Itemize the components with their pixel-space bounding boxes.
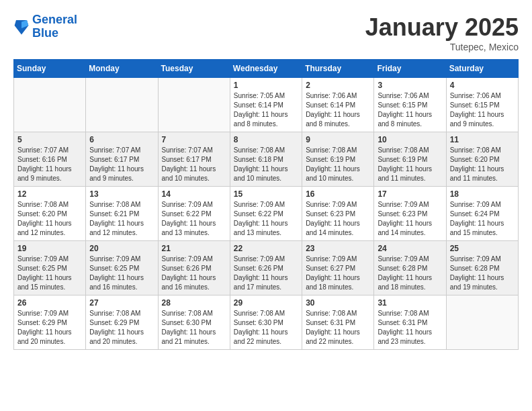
day-number: 15 bbox=[234, 189, 298, 199]
day-info: Sunrise: 7:08 AMSunset: 6:31 PMDaylight:… bbox=[378, 309, 442, 347]
day-info: Sunrise: 7:07 AMSunset: 6:16 PMDaylight:… bbox=[17, 146, 82, 183]
logo-line2: Blue bbox=[32, 26, 58, 40]
calendar-day-cell: 3Sunrise: 7:06 AMSunset: 6:15 PMDaylight… bbox=[374, 78, 446, 132]
day-number: 4 bbox=[450, 81, 515, 90]
day-number: 17 bbox=[378, 189, 442, 199]
day-number: 30 bbox=[306, 298, 370, 308]
day-number: 8 bbox=[234, 135, 298, 144]
day-number: 24 bbox=[378, 244, 442, 253]
day-info: Sunrise: 7:08 AMSunset: 6:20 PMDaylight:… bbox=[17, 200, 82, 238]
day-info: Sunrise: 7:09 AMSunset: 6:22 PMDaylight:… bbox=[162, 200, 226, 238]
day-number: 31 bbox=[378, 298, 442, 308]
day-number: 3 bbox=[378, 81, 442, 90]
day-info: Sunrise: 7:09 AMSunset: 6:22 PMDaylight:… bbox=[234, 200, 298, 238]
day-info: Sunrise: 7:08 AMSunset: 6:31 PMDaylight:… bbox=[306, 309, 370, 347]
day-info: Sunrise: 7:06 AMSunset: 6:14 PMDaylight:… bbox=[306, 91, 370, 129]
day-info: Sunrise: 7:09 AMSunset: 6:25 PMDaylight:… bbox=[89, 255, 154, 292]
weekday-header: Thursday bbox=[302, 60, 374, 78]
logo-icon bbox=[13, 17, 30, 36]
day-info: Sunrise: 7:09 AMSunset: 6:29 PMDaylight:… bbox=[17, 309, 82, 347]
day-number: 13 bbox=[89, 189, 154, 199]
calendar-week-row: 5Sunrise: 7:07 AMSunset: 6:16 PMDaylight… bbox=[14, 132, 519, 187]
weekday-header: Saturday bbox=[446, 60, 518, 78]
calendar-week-row: 26Sunrise: 7:09 AMSunset: 6:29 PMDayligh… bbox=[14, 295, 519, 350]
calendar: SundayMondayTuesdayWednesdayThursdayFrid… bbox=[13, 59, 519, 350]
calendar-week-row: 12Sunrise: 7:08 AMSunset: 6:20 PMDayligh… bbox=[14, 187, 519, 241]
day-info: Sunrise: 7:08 AMSunset: 6:19 PMDaylight:… bbox=[378, 146, 442, 183]
title-section: January 2025 Tutepec, Mexico bbox=[365, 13, 519, 52]
day-number: 26 bbox=[17, 298, 82, 308]
day-number: 7 bbox=[162, 135, 226, 144]
day-number: 23 bbox=[306, 244, 370, 253]
calendar-day-cell: 17Sunrise: 7:09 AMSunset: 6:23 PMDayligh… bbox=[374, 187, 446, 241]
logo-text: General Blue bbox=[32, 13, 77, 40]
calendar-body: 1Sunrise: 7:05 AMSunset: 6:14 PMDaylight… bbox=[14, 78, 519, 350]
day-number: 16 bbox=[306, 189, 370, 199]
day-info: Sunrise: 7:09 AMSunset: 6:23 PMDaylight:… bbox=[378, 200, 442, 238]
weekday-header: Tuesday bbox=[158, 60, 230, 78]
day-number: 10 bbox=[378, 135, 442, 144]
calendar-week-row: 1Sunrise: 7:05 AMSunset: 6:14 PMDaylight… bbox=[14, 78, 519, 132]
day-number: 1 bbox=[234, 81, 298, 90]
day-number: 6 bbox=[89, 135, 154, 144]
day-info: Sunrise: 7:09 AMSunset: 6:28 PMDaylight:… bbox=[378, 255, 442, 292]
day-number: 20 bbox=[89, 244, 154, 253]
weekday-header: Sunday bbox=[14, 60, 86, 78]
day-number: 14 bbox=[162, 189, 226, 199]
calendar-day-cell bbox=[14, 78, 86, 132]
calendar-day-cell: 6Sunrise: 7:07 AMSunset: 6:17 PMDaylight… bbox=[86, 132, 158, 187]
day-number: 21 bbox=[162, 244, 226, 253]
calendar-day-cell: 13Sunrise: 7:08 AMSunset: 6:21 PMDayligh… bbox=[86, 187, 158, 241]
day-info: Sunrise: 7:08 AMSunset: 6:20 PMDaylight:… bbox=[450, 146, 515, 183]
weekday-header: Wednesday bbox=[230, 60, 302, 78]
day-info: Sunrise: 7:09 AMSunset: 6:26 PMDaylight:… bbox=[162, 255, 226, 292]
calendar-day-cell: 7Sunrise: 7:07 AMSunset: 6:17 PMDaylight… bbox=[158, 132, 230, 187]
weekday-header: Friday bbox=[374, 60, 446, 78]
calendar-day-cell: 28Sunrise: 7:08 AMSunset: 6:30 PMDayligh… bbox=[158, 295, 230, 350]
calendar-week-row: 19Sunrise: 7:09 AMSunset: 6:25 PMDayligh… bbox=[14, 241, 519, 295]
day-number: 11 bbox=[450, 135, 515, 144]
calendar-day-cell: 8Sunrise: 7:08 AMSunset: 6:18 PMDaylight… bbox=[230, 132, 302, 187]
day-info: Sunrise: 7:06 AMSunset: 6:15 PMDaylight:… bbox=[450, 91, 515, 129]
logo-line1: General bbox=[32, 13, 77, 26]
weekday-header: Monday bbox=[86, 60, 158, 78]
calendar-day-cell: 23Sunrise: 7:09 AMSunset: 6:27 PMDayligh… bbox=[302, 241, 374, 295]
calendar-day-cell: 26Sunrise: 7:09 AMSunset: 6:29 PMDayligh… bbox=[14, 295, 86, 350]
calendar-day-cell: 22Sunrise: 7:09 AMSunset: 6:26 PMDayligh… bbox=[230, 241, 302, 295]
calendar-day-cell: 21Sunrise: 7:09 AMSunset: 6:26 PMDayligh… bbox=[158, 241, 230, 295]
calendar-day-cell: 19Sunrise: 7:09 AMSunset: 6:25 PMDayligh… bbox=[14, 241, 86, 295]
day-info: Sunrise: 7:08 AMSunset: 6:21 PMDaylight:… bbox=[89, 200, 154, 238]
day-number: 25 bbox=[450, 244, 515, 253]
calendar-day-cell: 5Sunrise: 7:07 AMSunset: 6:16 PMDaylight… bbox=[14, 132, 86, 187]
day-number: 19 bbox=[17, 244, 82, 253]
day-number: 29 bbox=[234, 298, 298, 308]
day-info: Sunrise: 7:08 AMSunset: 6:18 PMDaylight:… bbox=[234, 146, 298, 183]
day-number: 9 bbox=[306, 135, 370, 144]
calendar-day-cell: 9Sunrise: 7:08 AMSunset: 6:19 PMDaylight… bbox=[302, 132, 374, 187]
calendar-day-cell: 31Sunrise: 7:08 AMSunset: 6:31 PMDayligh… bbox=[374, 295, 446, 350]
day-info: Sunrise: 7:09 AMSunset: 6:25 PMDaylight:… bbox=[17, 255, 82, 292]
day-number: 5 bbox=[17, 135, 82, 144]
calendar-day-cell: 14Sunrise: 7:09 AMSunset: 6:22 PMDayligh… bbox=[158, 187, 230, 241]
calendar-day-cell: 24Sunrise: 7:09 AMSunset: 6:28 PMDayligh… bbox=[374, 241, 446, 295]
day-info: Sunrise: 7:06 AMSunset: 6:15 PMDaylight:… bbox=[378, 91, 442, 129]
location: Tutepec, Mexico bbox=[365, 42, 519, 52]
calendar-day-cell: 25Sunrise: 7:09 AMSunset: 6:28 PMDayligh… bbox=[446, 241, 518, 295]
day-info: Sunrise: 7:09 AMSunset: 6:27 PMDaylight:… bbox=[306, 255, 370, 292]
calendar-day-cell: 30Sunrise: 7:08 AMSunset: 6:31 PMDayligh… bbox=[302, 295, 374, 350]
calendar-day-cell: 29Sunrise: 7:08 AMSunset: 6:30 PMDayligh… bbox=[230, 295, 302, 350]
day-number: 28 bbox=[162, 298, 226, 308]
calendar-day-cell: 11Sunrise: 7:08 AMSunset: 6:20 PMDayligh… bbox=[446, 132, 518, 187]
page-header: General Blue January 2025 Tutepec, Mexic… bbox=[13, 13, 519, 52]
calendar-day-cell: 20Sunrise: 7:09 AMSunset: 6:25 PMDayligh… bbox=[86, 241, 158, 295]
calendar-day-cell bbox=[86, 78, 158, 132]
day-info: Sunrise: 7:09 AMSunset: 6:23 PMDaylight:… bbox=[306, 200, 370, 238]
day-number: 12 bbox=[17, 189, 82, 199]
calendar-day-cell bbox=[158, 78, 230, 132]
calendar-day-cell: 10Sunrise: 7:08 AMSunset: 6:19 PMDayligh… bbox=[374, 132, 446, 187]
day-info: Sunrise: 7:05 AMSunset: 6:14 PMDaylight:… bbox=[234, 91, 298, 129]
day-info: Sunrise: 7:08 AMSunset: 6:30 PMDaylight:… bbox=[162, 309, 226, 347]
day-number: 22 bbox=[234, 244, 298, 253]
weekday-row: SundayMondayTuesdayWednesdayThursdayFrid… bbox=[14, 60, 519, 78]
day-info: Sunrise: 7:09 AMSunset: 6:24 PMDaylight:… bbox=[450, 200, 515, 238]
